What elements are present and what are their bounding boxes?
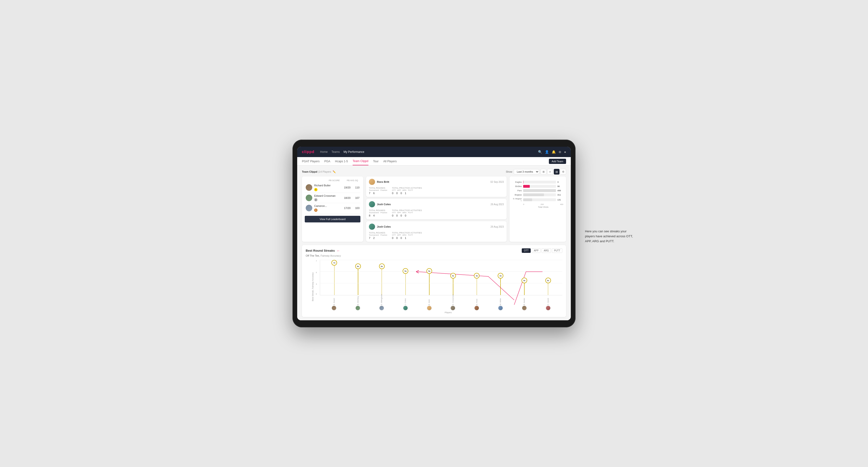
y-axis-container: Best Streak, Fairway Accuracy <box>306 260 320 314</box>
subnav-all-players[interactable]: All Players <box>383 157 397 165</box>
show-select[interactable]: Last 3 months <box>514 169 539 174</box>
app-logo: clippd <box>302 150 314 154</box>
card-avatar <box>369 179 375 185</box>
player-col-name: R. Butler <box>523 297 525 305</box>
list-view-btn[interactable]: ≡ <box>547 169 553 175</box>
chart-col: 5x <box>427 260 432 295</box>
filter-arg[interactable]: ARG <box>541 248 551 253</box>
subnav-hcaps[interactable]: Hcaps 1-5 <box>335 157 348 165</box>
streak-bubble: 4x <box>450 273 456 279</box>
player-col-name: R. Britt <box>428 297 430 305</box>
player-name: Cameron... <box>314 205 340 207</box>
chart-x-axis: 0 200 400 <box>512 203 563 206</box>
player-col-avatar <box>403 306 408 310</box>
streak-bubble: 6x <box>355 263 361 269</box>
player-score: 18/20 <box>342 196 350 199</box>
chart-col: 3x <box>522 260 527 295</box>
filter-ott[interactable]: OTT <box>522 248 531 253</box>
chart-col: 6x <box>355 260 361 295</box>
subnav-team-clippd[interactable]: Team Clippd <box>352 157 368 165</box>
player-names-row: E. Ewert B. McHerg D. Billingham <box>320 295 562 310</box>
settings-view-btn[interactable]: ⚙ <box>560 169 566 175</box>
chart-col: 7x <box>331 260 337 295</box>
bar-row-eagles: Eagles 3 <box>512 181 563 184</box>
arrow-indicator: ← <box>337 249 340 253</box>
view-leaderboard-button[interactable]: View Full Leaderboard <box>305 216 361 222</box>
streak-bubble: 4x <box>498 273 503 279</box>
streak-line <box>405 274 406 295</box>
bar-label: Pars <box>512 189 522 192</box>
bar-track <box>523 185 556 188</box>
player-name: Edward Crossman <box>314 194 340 197</box>
player-row[interactable]: Richard Butler 1 19/20 110 <box>305 183 361 193</box>
user-avatar[interactable]: ● <box>564 150 566 154</box>
nav-home[interactable]: Home <box>320 150 328 154</box>
bar-value: 131 <box>557 198 563 201</box>
subnav-pga[interactable]: PGA <box>324 157 330 165</box>
grid-view-btn[interactable]: ⊞ <box>540 169 546 175</box>
subnav-tour[interactable]: Tour <box>373 157 379 165</box>
team-title: Team Clippd <box>302 170 317 173</box>
streaks-title-area: Best Round Streaks ← <box>306 249 340 253</box>
nav-links: Home Teams My Performance <box>320 150 364 154</box>
chart-title: Total Shots <box>512 206 563 208</box>
bar-label: D. Bogeys + <box>512 198 522 202</box>
practice-values: 0 0 0 1 <box>392 192 422 195</box>
show-filter: Show Last 3 months ⊞ ≡ ▤ ⚙ <box>506 169 566 175</box>
rounds-values: 7 6 <box>369 192 387 195</box>
tablet-frame: clippd Home Teams My Performance 🔍 👤 🔔 ⊕… <box>292 139 576 328</box>
y-axis-label: Best Streak, Fairway Accuracy <box>312 272 314 301</box>
player-col: B. McHerg <box>352 297 364 310</box>
player-col: M. Miller <box>495 297 506 310</box>
x-label-200: 200 <box>540 203 544 206</box>
chart-col: 4x <box>474 260 479 295</box>
nav-bar: clippd Home Teams My Performance 🔍 👤 🔔 ⊕… <box>297 147 571 157</box>
bar-label: Bogeys <box>512 194 522 196</box>
grid-line-top <box>320 260 562 260</box>
bell-icon[interactable]: 🔔 <box>552 150 556 154</box>
streak-bubble: 4x <box>474 273 479 279</box>
streaks-section: Best Round Streaks ← OTT APP ARG PUTT Of… <box>302 245 566 317</box>
player-score: 19/20 <box>342 186 350 189</box>
filter-app[interactable]: APP <box>532 248 540 253</box>
subnav-pgat[interactable]: PGAT Players <box>302 157 319 165</box>
streak-bubble: 6x <box>379 263 385 269</box>
card-avatar <box>369 201 375 207</box>
nav-my-performance[interactable]: My Performance <box>343 150 364 154</box>
nav-right: 🔍 👤 🔔 ⊕ ● <box>538 150 566 154</box>
player-row[interactable]: Cameron... 3 17/20 103 <box>305 203 361 214</box>
y-tick-3: 3 <box>316 283 317 285</box>
player-score: 17/20 <box>342 207 350 210</box>
main-content: Team Clippd | 14 Players ✏️ Show Last 3 … <box>297 165 571 320</box>
bar-chart-panel: Eagles 3 Birdies <box>509 177 566 242</box>
card-header: Josh Coles 26 Aug 2023 <box>369 201 504 207</box>
bar-track <box>523 198 556 201</box>
player-col-name: M. Miller <box>499 297 501 305</box>
bar-fill <box>523 189 556 192</box>
person-icon[interactable]: 👤 <box>545 150 549 154</box>
streak-line <box>453 279 453 295</box>
player-card-josh2: Josh Coles 26 Aug 2023 Total Rounds Tour… <box>366 221 507 242</box>
player-col-name: E. Ewert <box>333 297 335 305</box>
nav-teams[interactable]: Teams <box>331 150 340 154</box>
bar-chart: Eagles 3 Birdies <box>512 181 563 208</box>
filter-putt[interactable]: PUTT <box>552 248 562 253</box>
putt-value: 1 <box>405 192 406 195</box>
arg-value: 0 <box>401 192 402 195</box>
chart-col: 4x <box>450 260 456 295</box>
add-team-button[interactable]: Add Team <box>549 159 566 164</box>
player-col-name: J. Coles <box>404 297 406 305</box>
chart-view-btn[interactable]: ▤ <box>554 169 559 175</box>
streak-line <box>334 266 335 295</box>
player-row[interactable]: Edward Crossman 2 18/20 107 <box>305 193 361 203</box>
streak-bubble: 3x <box>522 278 527 283</box>
bar-fill <box>523 193 544 196</box>
avatar <box>306 184 312 191</box>
edit-icon[interactable]: ✏️ <box>333 170 336 173</box>
bar-track <box>523 193 556 196</box>
card-header: Josh Coles 26 Aug 2023 <box>369 224 504 230</box>
bar-value: 311 <box>557 194 563 196</box>
player-col: D. Ford <box>471 297 483 310</box>
circle-icon[interactable]: ⊕ <box>559 150 561 154</box>
search-icon[interactable]: 🔍 <box>538 150 542 154</box>
